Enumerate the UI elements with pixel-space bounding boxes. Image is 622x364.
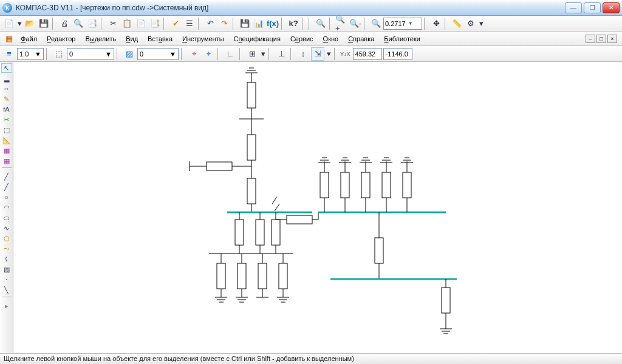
format-icon[interactable]: ☰	[183, 17, 196, 30]
text-tool-icon[interactable]: ✎	[1, 94, 12, 104]
dim-icon[interactable]: ↕	[296, 47, 310, 61]
geom-rect-icon[interactable]: ╱	[1, 182, 12, 192]
snap1-icon[interactable]: ⌖	[187, 47, 200, 61]
copy-icon[interactable]: 📋	[120, 17, 134, 30]
calc-icon[interactable]: 📊	[252, 17, 265, 30]
select-tool-icon[interactable]: ↖	[1, 63, 12, 73]
drawing-canvas[interactable]	[13, 62, 622, 353]
param-tool-icon[interactable]: ⬚	[1, 125, 12, 135]
grid-icon[interactable]: ⊞	[245, 47, 259, 61]
zoom-window-icon[interactable]: 🔍	[369, 17, 383, 30]
minimize-button[interactable]: —	[565, 2, 582, 13]
brush-icon[interactable]: ✔	[169, 17, 182, 30]
ortho-icon[interactable]: ∟	[224, 47, 237, 61]
svg-rect-9	[207, 162, 232, 170]
menu-select[interactable]: Выделить	[80, 33, 121, 44]
preview-icon[interactable]: 🔍	[72, 17, 85, 30]
maximize-button[interactable]: ❐	[584, 2, 601, 13]
dim2-icon[interactable]: ⇲	[311, 47, 324, 61]
geom-aux-icon[interactable]: ╲	[1, 285, 12, 295]
mdi-minimize[interactable]: –	[586, 35, 595, 43]
window-buttons: — ❐ ✕	[565, 2, 620, 13]
svg-rect-47	[256, 220, 264, 245]
save-blue-icon[interactable]: 💾	[238, 17, 251, 30]
doc-icon[interactable]: 📑	[86, 17, 99, 30]
expand-icon[interactable]: ▸	[1, 301, 12, 311]
linetype-icon[interactable]: ⬚	[52, 47, 66, 61]
menu-editor[interactable]: Редактор	[42, 33, 80, 44]
mdi-close[interactable]: ×	[607, 35, 617, 43]
geom-arc-icon[interactable]: ◠	[1, 203, 12, 212]
scale-input[interactable]: 1.0▼	[17, 48, 44, 60]
zoom-in-icon[interactable]: 🔍+	[335, 17, 348, 30]
undo-icon[interactable]: ↶	[203, 17, 217, 30]
zoom-out-icon[interactable]: 🔍-	[349, 17, 362, 30]
geom-poly-icon[interactable]: ⬠	[1, 234, 12, 243]
new-dropdown-icon[interactable]: ▾	[16, 17, 22, 30]
coord-y-input[interactable]: -1146.0	[383, 48, 412, 60]
ruler-icon[interactable]: 📏	[450, 17, 463, 30]
paste2-icon[interactable]: 📑	[148, 17, 162, 30]
menu-file[interactable]: Файл	[16, 33, 42, 44]
cut-icon[interactable]: ✂	[106, 17, 120, 30]
line-tool-icon[interactable]: ▂	[1, 73, 12, 83]
menu-doc-icon[interactable]: ▦	[2, 32, 16, 46]
geom-bezier-icon[interactable]: ⤹	[1, 254, 12, 264]
geom-ellipse-icon[interactable]: ⬭	[1, 213, 12, 223]
print-icon[interactable]: 🖨	[58, 17, 71, 30]
layer-icon[interactable]: ≡	[2, 47, 16, 61]
dim-tool-icon[interactable]: ↔	[1, 84, 12, 93]
measure-tool-icon[interactable]: 📐	[1, 135, 12, 145]
geom-spline-icon[interactable]: ∿	[1, 223, 12, 233]
svg-rect-6	[247, 135, 256, 160]
geom-circle-icon[interactable]: ○	[1, 192, 12, 202]
menu-view[interactable]: Вид	[121, 33, 143, 44]
status-bar: Щелкните левой кнопкой мыши на объекте д…	[0, 353, 622, 364]
snap2-icon[interactable]: ⌖	[202, 47, 215, 61]
svg-rect-57	[238, 263, 246, 289]
menu-help[interactable]: Справка	[343, 33, 379, 44]
menu-libs[interactable]: Библиотеки	[379, 33, 425, 44]
status-text: Щелкните левой кнопкой мыши на объекте д…	[4, 355, 354, 362]
config-icon[interactable]: ⚙	[464, 17, 477, 30]
menu-window[interactable]: Окно	[318, 33, 344, 44]
side-toolbar: ↖ ▂ ↔ ✎ fA ✂ ⬚ 📐 ▦ ▦ ╱ ╱ ○ ◠ ⬭ ∿ ⬠ ⤳ ⤹ ▨…	[0, 62, 13, 353]
hatch-icon[interactable]: ▨	[123, 47, 136, 61]
hatch-input[interactable]: 0▼	[137, 48, 179, 60]
redo-icon[interactable]: ↷	[217, 17, 231, 30]
geom-point-icon[interactable]: ⋅	[1, 275, 12, 285]
fx-icon[interactable]: f(x)	[266, 17, 279, 30]
geom-line-icon[interactable]: ╱	[1, 172, 12, 181]
pan-icon[interactable]: ✥	[429, 17, 443, 30]
close-button[interactable]: ✕	[603, 2, 620, 13]
dim-drop-icon[interactable]: ▾	[326, 47, 332, 61]
menu-tools[interactable]: Инструменты	[177, 33, 229, 44]
geom-cont-icon[interactable]: ⤳	[1, 244, 12, 254]
help-icon[interactable]: k?	[287, 17, 300, 30]
edit-tool-icon[interactable]: ✂	[1, 115, 12, 124]
paste-icon[interactable]: 📄	[134, 17, 148, 30]
zoom-input[interactable]: 0.2717▼	[383, 18, 422, 30]
menu-insert[interactable]: Вставка	[143, 33, 177, 44]
svg-line-12	[272, 197, 277, 204]
menu-spec[interactable]: Спецификация	[229, 33, 285, 44]
geom-fill-icon[interactable]: ▨	[1, 265, 12, 274]
svg-rect-15	[287, 215, 312, 224]
axis-icon[interactable]: ⊥	[275, 47, 288, 61]
config-dropdown-icon[interactable]: ▾	[478, 17, 484, 30]
properties-toolbar: ≡ 1.0▼ ⬚ 0▼ ▨ 0▼ ⌖ ⌖ ∟ ⊞ ▾ ⊥ ↕ ⇲ ▾ Y↓X 4…	[0, 46, 622, 62]
new-doc-icon[interactable]: 📄	[2, 17, 16, 30]
spec1-tool-icon[interactable]: ▦	[1, 146, 12, 155]
zoom-fit-icon[interactable]: 🔍	[314, 17, 327, 30]
symbol-tool-icon[interactable]: fA	[1, 104, 12, 114]
linetype-input[interactable]: 0▼	[67, 48, 114, 60]
spec2-tool-icon[interactable]: ▦	[1, 156, 12, 166]
grid-drop-icon[interactable]: ▾	[260, 47, 266, 61]
coord-x-input[interactable]: 459.32	[353, 48, 382, 60]
svg-rect-20	[320, 172, 329, 198]
save-icon[interactable]: 💾	[37, 17, 50, 30]
menu-service[interactable]: Сервис	[285, 33, 318, 44]
svg-rect-49	[272, 220, 280, 245]
mdi-maximize[interactable]: □	[596, 35, 606, 43]
open-icon[interactable]: 📂	[23, 17, 36, 30]
